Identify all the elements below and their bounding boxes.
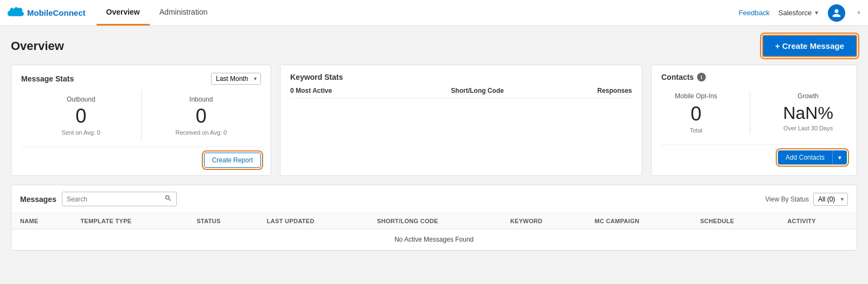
nav-right: Feedback Salesforce ▼ ▼ (739, 4, 861, 22)
col-template-type: Template Type (72, 213, 188, 229)
col-keyword: Keyword (502, 213, 586, 229)
col-name: Name (11, 213, 72, 229)
messages-title-area: Messages (20, 192, 177, 206)
search-box (62, 192, 177, 206)
contacts-info-icon[interactable]: i (697, 73, 706, 81)
inbound-value: 0 (196, 106, 207, 126)
message-stats-header: Message Stats Last Month (21, 73, 261, 85)
keyword-col-most-active: 0 Most Active (290, 87, 377, 94)
user-icon (832, 8, 841, 18)
growth-value: NaN% (783, 104, 833, 122)
search-input[interactable] (62, 193, 160, 205)
col-status: Status (188, 213, 258, 229)
message-stats-filter-dropdown[interactable]: Last Month (211, 73, 261, 85)
feedback-link[interactable]: Feedback (739, 9, 770, 17)
outbound-sublabel: Sent on Avg: 0 (62, 129, 100, 136)
message-stats-filter-wrapper: Last Month (211, 73, 261, 85)
contacts-body: Mobile Opt-Ins 0 Total Growth NaN% Over … (661, 87, 847, 139)
col-mc-campaign: MC Campaign (586, 213, 691, 229)
avatar[interactable] (828, 4, 845, 22)
messages-header: Messages View By Status All (0) (11, 185, 857, 213)
no-messages-label: No Active Messages Found (11, 229, 857, 250)
contacts-header: Contacts i (661, 73, 847, 81)
keyword-stats-header: Keyword Stats (290, 73, 632, 81)
growth-col: Growth NaN% Over Last 30 Days (783, 92, 833, 131)
message-stats-body: Outbound 0 Sent on Avg: 0 Inbound 0 Rece… (21, 90, 261, 141)
nav-tabs: Overview Administration (97, 0, 218, 26)
add-contacts-button[interactable]: Add Contacts (778, 150, 832, 165)
col-last-updated: Last Updated (258, 213, 368, 229)
col-activity: Activity (778, 213, 857, 229)
inbound-sublabel: Received on Avg: 0 (175, 129, 227, 136)
mobile-opt-ins-col: Mobile Opt-Ins 0 Total (675, 92, 717, 134)
page-header: Overview + Create Message (11, 35, 857, 57)
messages-table: Name Template Type Status Last Updated S… (11, 213, 857, 250)
col-schedule: Schedule (691, 213, 778, 229)
growth-sublabel: Over Last 30 Days (783, 125, 833, 131)
contacts-divider (750, 92, 750, 134)
message-stats-footer: Create Report (21, 147, 261, 168)
status-dropdown-wrapper: All (0) (813, 193, 848, 206)
mobile-opt-ins-sublabel: Total (690, 127, 702, 134)
inbound-stat: Inbound 0 Received on Avg: 0 (141, 90, 261, 141)
message-stats-card: Message Stats Last Month Outbound 0 Sent… (11, 65, 271, 176)
outbound-stat: Outbound 0 Sent on Avg: 0 (21, 90, 141, 141)
salesforce-menu[interactable]: Salesforce ▼ (778, 9, 819, 17)
growth-label: Growth (797, 92, 819, 100)
message-stats-title: Message Stats (21, 74, 74, 83)
outbound-value: 0 (75, 106, 86, 126)
add-contacts-dropdown-button[interactable]: ▼ (832, 150, 847, 165)
page-title: Overview (11, 39, 64, 53)
tab-administration[interactable]: Administration (150, 0, 218, 26)
messages-table-head: Name Template Type Status Last Updated S… (11, 213, 857, 229)
search-icon (164, 194, 172, 202)
keyword-stats-title: Keyword Stats (290, 73, 343, 81)
app-logo[interactable]: MobileConnect (7, 7, 86, 19)
outbound-label: Outbound (67, 96, 95, 103)
contacts-footer: Add Contacts ▼ (661, 144, 847, 165)
keyword-col-headers: 0 Most Active Short/Long Code Responses (290, 87, 632, 98)
keyword-col-responses: Responses (578, 87, 632, 94)
view-by-label: View By Status (765, 195, 809, 203)
keyword-col-short-long-code: Short/Long Code (377, 87, 578, 94)
tab-overview[interactable]: Overview (97, 0, 150, 26)
app-name: MobileConnect (27, 8, 86, 17)
messages-table-body: No Active Messages Found (11, 229, 857, 250)
keyword-stats-card: Keyword Stats 0 Most Active Short/Long C… (280, 65, 642, 176)
main-content: Overview + Create Message Message Stats … (0, 26, 868, 260)
nav-end-caret-icon: ▼ (856, 10, 861, 16)
contacts-card: Contacts i Mobile Opt-Ins 0 Total Growth… (651, 65, 857, 176)
mobile-opt-ins-value: 0 (691, 104, 701, 124)
salesforce-dropdown-icon: ▼ (814, 10, 819, 16)
contacts-title-area: Contacts i (661, 73, 706, 81)
search-button[interactable] (160, 192, 176, 206)
col-short-long-code: Short/Long Code (368, 213, 502, 229)
salesforce-label: Salesforce (778, 9, 812, 17)
messages-section: Messages View By Status All (0) (11, 185, 857, 251)
create-message-button[interactable]: + Create Message (762, 35, 857, 57)
stats-row: Message Stats Last Month Outbound 0 Sent… (11, 65, 857, 176)
status-filter-dropdown[interactable]: All (0) (813, 193, 848, 206)
inbound-label: Inbound (189, 96, 213, 103)
empty-messages-row: No Active Messages Found (11, 229, 857, 250)
view-by-status-area: View By Status All (0) (765, 193, 848, 206)
contacts-title: Contacts (661, 73, 694, 81)
messages-title: Messages (20, 195, 56, 204)
create-report-button[interactable]: Create Report (204, 153, 261, 168)
mobile-opt-ins-label: Mobile Opt-Ins (675, 92, 717, 100)
top-navigation: MobileConnect Overview Administration Fe… (0, 0, 868, 26)
salesforce-cloud-icon (7, 7, 24, 19)
add-contacts-button-group: Add Contacts ▼ (778, 150, 847, 165)
messages-table-header-row: Name Template Type Status Last Updated S… (11, 213, 857, 229)
